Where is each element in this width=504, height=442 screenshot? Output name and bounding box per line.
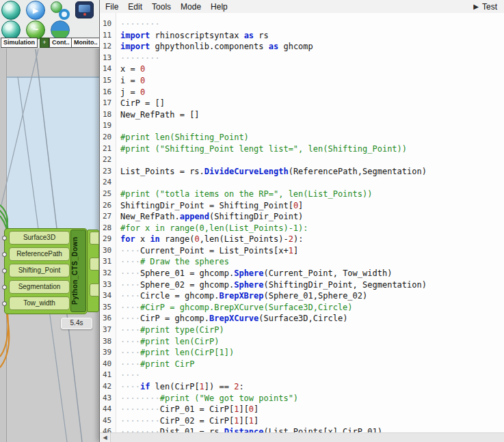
code-line: ········ — [120, 53, 504, 64]
line-number: 12 — [103, 41, 116, 53]
spiral-icon[interactable] — [1, 1, 21, 20]
line-number: 32 — [103, 268, 116, 279]
component-name-bar[interactable]: Python_CTS_Down — [70, 230, 86, 312]
screen-icon — [79, 5, 90, 12]
code-lines[interactable]: ········import rhinoscriptsyntax as rsim… — [116, 13, 504, 432]
line-number: 14 — [103, 64, 116, 75]
line-number: 10 — [103, 18, 116, 30]
line-number: 30 — [103, 245, 116, 257]
tab-monitor[interactable]: Monito.. — [71, 38, 99, 48]
left-arrow-icon[interactable]: ◀ — [100, 433, 111, 442]
input-grip-surface3d[interactable] — [2, 236, 7, 240]
code-line: ····CirP = ghcomp.BrepXCurve(Surface3D,C… — [120, 313, 504, 324]
code-line: ····#print CirP — [120, 359, 504, 370]
output-capsule[interactable] — [90, 258, 99, 271]
code-line: ········ — [120, 18, 504, 30]
code-line: ····# Draw the spheres — [120, 256, 504, 268]
line-number: 23 — [103, 166, 116, 178]
code-line: ········CirP_01 = CirP[1][0] — [120, 404, 504, 415]
code-line: import rhinoscriptsyntax as rs — [120, 30, 504, 42]
orbit-circles-icon[interactable] — [51, 1, 70, 20]
code-line: ····#print len(CirP) — [120, 336, 504, 348]
line-number: 45 — [103, 415, 116, 427]
line-number: 11 — [103, 30, 116, 42]
record-dot-icon — [83, 13, 86, 16]
line-number: 34 — [103, 290, 116, 302]
code-line: ShiftingDir_Point = Shifting_Point[0] — [120, 200, 504, 212]
input-grip-tow-width[interactable] — [2, 301, 7, 306]
input-grip-segmentation[interactable] — [2, 285, 7, 290]
code-line: #for x in range(0,len(List_Points)-1): — [120, 223, 504, 234]
input-surface3d[interactable]: Surface3D — [9, 231, 70, 245]
code-line: j = 0 — [120, 87, 504, 98]
runtime-badge: 5.4s — [61, 318, 92, 329]
menu-edit[interactable]: Edit — [128, 2, 142, 12]
code-line: x = 0 — [120, 64, 504, 75]
code-line: ····#CirP = ghcomp.BrepXCurve(Surface3D,… — [120, 302, 504, 314]
tab-simulation[interactable]: Simulation — [1, 38, 38, 48]
blue-ring-icon — [59, 9, 70, 20]
play-icon: ▶ — [473, 3, 479, 10]
test-button[interactable]: ▶ Test — [473, 2, 497, 12]
line-number: 25 — [103, 189, 116, 200]
input-shifting-point[interactable]: Shifting_Point — [9, 264, 70, 277]
input-referencepath[interactable]: ReferencePath — [9, 247, 70, 261]
menu-file[interactable]: File — [105, 2, 118, 12]
code-line: New_RefPath = [] — [120, 109, 504, 121]
globe-icon[interactable] — [51, 20, 70, 40]
code-line: #print len(Shifting_Point) — [120, 132, 504, 143]
line-number: 35 — [103, 302, 116, 314]
tab-chip-icon[interactable]: + — [40, 38, 49, 48]
code-editor[interactable]: 1011121314151617181920212223242526272829… — [100, 13, 504, 432]
python-component[interactable]: Surface3D ReferencePath Shifting_Point S… — [0, 228, 99, 337]
code-line: CirP = [] — [120, 98, 504, 109]
code-line — [120, 177, 504, 189]
menu-tools[interactable]: Tools — [152, 2, 171, 12]
play-icon[interactable]: ▶ — [26, 1, 45, 20]
code-line: ····Current_Point = List_Points[x+1] — [120, 245, 504, 257]
code-line: ···· — [120, 370, 504, 381]
horizontal-scrollbar[interactable]: ◀ — [100, 432, 504, 442]
code-line: for x in range(0,len(List_Points)-2): — [120, 234, 504, 245]
code-line: #print ("totla items on the RP=", len(Li… — [120, 189, 504, 200]
wave-icon[interactable]: ~ — [26, 20, 45, 40]
line-number: 20 — [103, 132, 116, 143]
line-number: 41 — [103, 370, 116, 381]
tab-cont-label: Cont.. — [52, 39, 70, 46]
grasshopper-canvas[interactable]: ▶ ~ Simulation + Cont.. Monito.. Surface… — [0, 0, 99, 442]
input-tow-width[interactable]: Tow_width — [9, 296, 70, 310]
line-number: 17 — [103, 98, 116, 109]
line-number: 39 — [103, 347, 116, 359]
output-capsule[interactable] — [90, 284, 99, 296]
component-name: Python_CTS_Down — [71, 230, 85, 312]
line-number: 27 — [103, 211, 116, 223]
tab-cont[interactable]: Cont.. — [49, 38, 72, 48]
line-number: 24 — [103, 177, 116, 189]
line-number: 18 — [103, 109, 116, 121]
swirl-icon[interactable] — [1, 20, 21, 40]
line-number: 26 — [103, 200, 116, 212]
code-line: ····#print type(CirP) — [120, 324, 504, 336]
menu-help[interactable]: Help — [211, 2, 228, 12]
line-number: 38 — [103, 336, 116, 348]
line-number: 19 — [103, 120, 116, 132]
code-line: ····Sphere_02 = ghcomp.Sphere(ShiftingDi… — [120, 279, 504, 291]
line-number: 22 — [103, 154, 116, 166]
input-grip-referencepath[interactable] — [2, 252, 7, 257]
component-outputs-clipped — [87, 230, 99, 312]
line-number: 46 — [103, 426, 116, 432]
monitor-icon[interactable] — [75, 1, 94, 18]
line-number: 36 — [103, 313, 116, 324]
input-segmentation[interactable]: Segmentation — [9, 280, 70, 294]
line-number: 44 — [103, 404, 116, 415]
code-line: ····Sphere_01 = ghcomp.Sphere(Current_Po… — [120, 268, 504, 279]
editor-menubar: File Edit Tools Mode Help ▶ Test — [100, 0, 504, 14]
code-line: #print ("Shifting_Point lengt list=", le… — [120, 143, 504, 155]
menu-mode[interactable]: Mode — [181, 2, 201, 12]
line-number: 29 — [103, 234, 116, 245]
code-line: New_RefPath.append(ShiftingDir_Point) — [120, 211, 504, 223]
code-line: ····if len(CirP[1]) == 2: — [120, 381, 504, 393]
output-capsule[interactable] — [90, 232, 99, 245]
line-number: 40 — [103, 359, 116, 370]
input-grip-shifting-point[interactable] — [2, 268, 7, 273]
